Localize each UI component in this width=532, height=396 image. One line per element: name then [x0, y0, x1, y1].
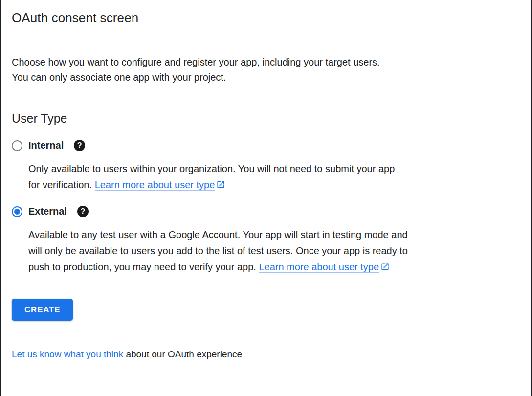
learn-more-link-label: Learn more about user type [259, 262, 379, 272]
page-title: OAuth consent screen [12, 10, 519, 25]
external-link-icon [216, 180, 225, 189]
external-link-icon [380, 262, 390, 271]
option-label-internal[interactable]: Internal [28, 140, 64, 151]
feedback-text: about our OAuth experience [126, 349, 242, 359]
feedback-line: Let us know what you think about our OAu… [12, 349, 511, 360]
help-icon[interactable]: ? [74, 140, 85, 151]
user-type-option-internal: Internal ? [12, 140, 511, 151]
option-description-internal: Only available to users within your orga… [28, 161, 409, 193]
learn-more-link-external[interactable]: Learn more about user type [259, 262, 390, 272]
oauth-consent-content: Choose how you want to configure and reg… [1, 55, 531, 360]
option-label-external[interactable]: External [28, 206, 67, 217]
radio-external[interactable] [12, 206, 22, 217]
learn-more-link-internal[interactable]: Learn more about user type [95, 179, 226, 190]
create-button[interactable]: CREATE [12, 299, 73, 321]
option-description-external: Available to any test user with a Google… [28, 227, 409, 275]
help-icon[interactable]: ? [77, 206, 89, 217]
radio-internal[interactable] [12, 140, 22, 151]
intro-text: Choose how you want to configure and reg… [12, 55, 387, 85]
page-header: OAuth consent screen [1, 0, 531, 34]
user-type-heading: User Type [12, 111, 511, 126]
user-type-option-external: External ? [12, 206, 511, 217]
feedback-link[interactable]: Let us know what you think [12, 349, 123, 359]
learn-more-link-label: Learn more about user type [95, 179, 215, 190]
